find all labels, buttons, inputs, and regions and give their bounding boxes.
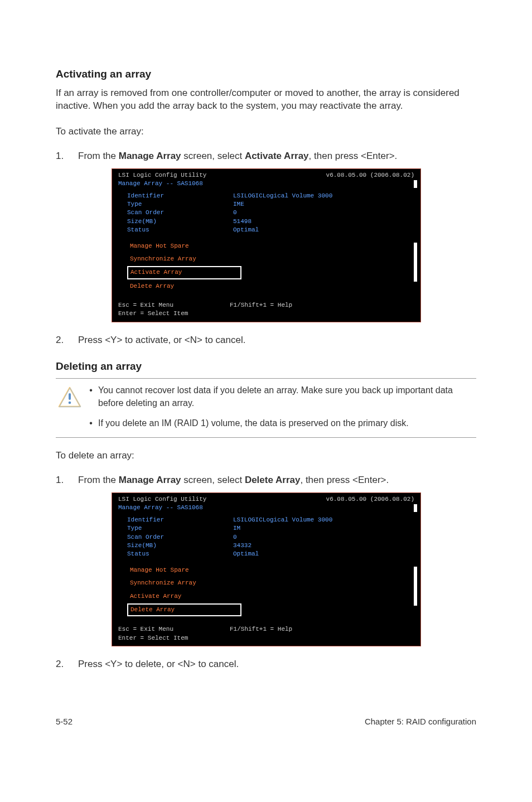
field-type-label: Type	[127, 200, 233, 209]
menu-delete-array[interactable]: Delete Array	[127, 603, 241, 616]
step-text: Press <Y> to delete, or <N> to cancel.	[78, 658, 476, 671]
console-header: LSI Logic Config Utility v6.08.05.00 (20…	[114, 494, 419, 504]
console-hint-esc: Esc = Exit Menu	[118, 301, 230, 310]
intro-paragraph: If an array is removed from one controll…	[56, 86, 476, 113]
field-identifier-value: LSILOGICLogical Volume 3000	[233, 192, 332, 200]
console-hint-help: F1/Shift+1 = Help	[230, 625, 292, 634]
field-status-label: Status	[127, 226, 233, 234]
menu-activate-array[interactable]: Activate Array	[127, 591, 241, 602]
step-number: 1.	[56, 149, 78, 163]
step-2-activate: 2. Press <Y> to activate, or <N> to canc…	[56, 334, 476, 347]
step-number: 2.	[56, 658, 78, 671]
menu-delete-array[interactable]: Delete Array	[127, 281, 241, 292]
menu-synchronize-array[interactable]: Synnchronize Array	[127, 253, 241, 265]
console-hint-help: F1/Shift+1 = Help	[230, 301, 292, 310]
step-number: 1.	[56, 474, 78, 487]
caution-text: If you delete an IM (RAID 1) volume, the…	[98, 417, 409, 429]
field-scan-order-label: Scan Order	[127, 209, 233, 217]
field-size-value: 51498	[233, 218, 252, 226]
field-size-label: Size(MB)	[127, 542, 233, 550]
svg-point-3	[69, 402, 71, 404]
heading-deleting: Deleting an array	[56, 359, 476, 374]
field-type-label: Type	[127, 524, 233, 533]
caution-block: • You cannot recover lost data if you de…	[56, 378, 476, 438]
bullet-dot: •	[84, 417, 98, 429]
lead-text: To activate the array:	[56, 125, 476, 138]
step-1-delete: 1. From the Manage Array screen, select …	[56, 474, 476, 487]
caution-bullet: • If you delete an IM (RAID 1) volume, t…	[84, 417, 476, 429]
bios-console-activate: LSI Logic Config Utility v6.08.05.00 (20…	[112, 168, 421, 322]
step-text: From the Manage Array screen, select Act…	[78, 149, 476, 163]
menu-activate-array[interactable]: Activate Array	[127, 266, 241, 279]
step-1-activate: 1. From the Manage Array screen, select …	[56, 149, 476, 163]
step-number: 2.	[56, 334, 78, 347]
field-identifier-value: LSILOGICLogical Volume 3000	[233, 516, 332, 524]
field-status-value: Optimal	[233, 550, 259, 558]
caution-text: You cannot recover lost data if you dele…	[98, 384, 476, 409]
field-identifier-label: Identifier	[127, 516, 233, 524]
chapter-title: Chapter 5: RAID configuration	[365, 716, 476, 727]
console-version: v6.08.05.00 (2006.08.02)	[326, 495, 414, 504]
field-status-value: Optimal	[233, 226, 259, 234]
caution-icon	[56, 384, 84, 408]
console-header: LSI Logic Config Utility v6.08.05.00 (20…	[114, 170, 419, 180]
step-text: Press <Y> to activate, or <N> to cancel.	[78, 334, 476, 347]
field-size-value: 34332	[233, 542, 252, 550]
console-footer: Esc = Exit MenuF1/Shift+1 = Help Enter =…	[114, 296, 419, 321]
console-subtitle: Manage Array -- SAS1068	[114, 504, 419, 513]
field-size-label: Size(MB)	[127, 218, 233, 226]
lead-text-delete: To delete an array:	[56, 449, 476, 462]
page-footer: 5-52 Chapter 5: RAID configuration	[56, 716, 476, 727]
console-title: LSI Logic Config Utility	[118, 171, 326, 180]
console-hint-enter: Enter = Select Item	[118, 634, 414, 642]
bios-console-delete: LSI Logic Config Utility v6.08.05.00 (20…	[112, 492, 421, 646]
console-version: v6.08.05.00 (2006.08.02)	[326, 171, 414, 180]
console-footer: Esc = Exit MenuF1/Shift+1 = Help Enter =…	[114, 620, 419, 645]
field-identifier-label: Identifier	[127, 192, 233, 200]
caution-bullet: • You cannot recover lost data if you de…	[84, 384, 476, 409]
console-hint-esc: Esc = Exit Menu	[118, 625, 230, 634]
console-title: LSI Logic Config Utility	[118, 495, 326, 504]
field-scan-order-label: Scan Order	[127, 533, 233, 542]
bullet-dot: •	[84, 384, 98, 409]
menu-synchronize-array[interactable]: Synnchronize Array	[127, 577, 241, 589]
svg-rect-2	[69, 393, 71, 400]
field-scan-order-value: 0	[233, 209, 237, 217]
step-text: From the Manage Array screen, select Del…	[78, 474, 476, 487]
field-type-value: IME	[233, 200, 244, 209]
menu-manage-hot-spare[interactable]: Manage Hot Spare	[127, 240, 241, 252]
console-subtitle: Manage Array -- SAS1068	[114, 180, 419, 189]
page-number: 5-52	[56, 716, 72, 727]
field-scan-order-value: 0	[233, 533, 237, 542]
heading-activating: Activating an array	[56, 67, 476, 82]
console-hint-enter: Enter = Select Item	[118, 310, 414, 318]
field-type-value: IM	[233, 524, 240, 533]
menu-manage-hot-spare[interactable]: Manage Hot Spare	[127, 564, 241, 576]
step-2-delete: 2. Press <Y> to delete, or <N> to cancel…	[56, 658, 476, 671]
field-status-label: Status	[127, 550, 233, 558]
